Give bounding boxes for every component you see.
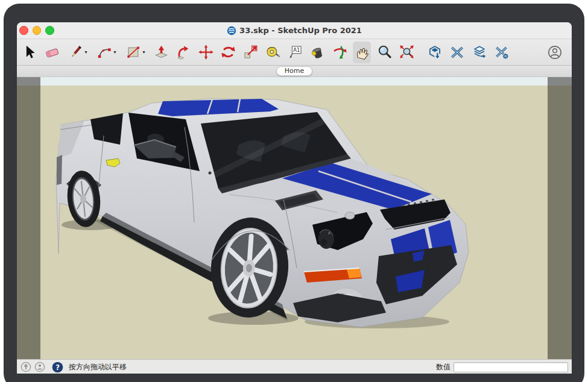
tape-measure-tool-button[interactable] xyxy=(264,42,282,63)
account-icon xyxy=(547,45,563,60)
rotate-icon xyxy=(220,44,236,60)
sketchup-logo-icon xyxy=(227,26,236,36)
close-button[interactable] xyxy=(19,26,28,35)
measurements-input[interactable] xyxy=(454,362,568,372)
zoom-extents-tool-button[interactable] xyxy=(397,42,416,63)
help-icon: ? xyxy=(52,362,63,373)
arc-icon xyxy=(96,44,113,60)
select-icon xyxy=(22,44,38,60)
shapes-dropdown-caret[interactable]: ▾ xyxy=(142,49,145,55)
tape-measure-icon xyxy=(265,44,281,60)
credits-button[interactable] xyxy=(34,362,45,372)
scene-tab-strip: Home xyxy=(17,66,572,77)
rotate-tool-button[interactable] xyxy=(219,42,237,63)
geolocation-icon xyxy=(21,362,31,372)
help-button[interactable]: ? xyxy=(52,362,63,373)
push-pull-tool-button[interactable] xyxy=(152,42,170,63)
move-icon xyxy=(198,44,214,60)
svg-text:A1: A1 xyxy=(293,47,300,53)
geolocation-button[interactable] xyxy=(21,362,31,372)
3d-warehouse-tool-button[interactable] xyxy=(426,42,444,63)
follow-me-icon xyxy=(175,44,192,60)
shapes-tool-button[interactable]: ▾ xyxy=(123,42,148,63)
scale-icon xyxy=(242,44,259,60)
line-dropdown-caret[interactable]: ▾ xyxy=(84,49,87,55)
viewport-left-shade xyxy=(17,77,40,359)
follow-me-tool-button[interactable] xyxy=(174,42,192,63)
viewport-right-shade xyxy=(548,77,572,359)
measurements-label: 数值 xyxy=(436,362,450,372)
zoom-extents-icon xyxy=(399,44,415,60)
text-tool-button[interactable]: A1 xyxy=(286,42,304,63)
zoom-icon xyxy=(376,44,393,60)
line-tool-button[interactable]: ▾ xyxy=(65,42,90,63)
paint-bucket-tool-button[interactable] xyxy=(308,42,326,63)
move-tool-button[interactable] xyxy=(197,42,215,63)
eraser-icon xyxy=(44,44,60,60)
zoom-tool-button[interactable] xyxy=(375,42,393,63)
desktop-background: 33.skp - SketchUp Pro 2021 ▾▾▾A1 Home xyxy=(0,0,588,382)
svg-text:?: ? xyxy=(55,363,60,371)
extension-manager-tool-button[interactable] xyxy=(493,42,511,63)
arc-tool-button[interactable]: ▾ xyxy=(94,42,119,63)
window-title: 33.skp - SketchUp Pro 2021 xyxy=(17,26,572,36)
pan-tool-button[interactable] xyxy=(353,42,371,63)
paint-bucket-icon xyxy=(309,44,326,60)
getting-started-toolbar: ▾▾▾A1 xyxy=(17,39,572,66)
extension-manager-icon xyxy=(494,45,510,60)
send-to-layout-tool-button[interactable] xyxy=(470,42,488,63)
zoom-window-button[interactable] xyxy=(45,26,54,35)
push-pull-icon xyxy=(153,44,169,60)
status-hint-text: 按方向拖动以平移 xyxy=(69,362,127,372)
shapes-icon xyxy=(125,44,142,60)
account-button[interactable] xyxy=(546,42,564,63)
text-icon: A1 xyxy=(287,44,303,60)
send-to-layout-icon xyxy=(472,45,487,60)
line-icon xyxy=(68,44,84,60)
traffic-lights xyxy=(17,26,54,35)
3d-warehouse-icon xyxy=(427,45,443,60)
orbit-icon xyxy=(332,44,348,60)
scene-tab-home[interactable]: Home xyxy=(276,66,312,76)
statusbar: ? 按方向拖动以平移 数值 xyxy=(17,359,572,374)
credits-icon xyxy=(34,362,45,372)
viewport-canvas[interactable] xyxy=(17,77,572,359)
pan-icon xyxy=(354,44,370,60)
select-tool-button[interactable] xyxy=(21,42,39,63)
sketchup-window: 33.skp - SketchUp Pro 2021 ▾▾▾A1 Home xyxy=(17,22,572,374)
model-car xyxy=(17,77,572,359)
scale-tool-button[interactable] xyxy=(241,42,259,63)
extension-warehouse-icon xyxy=(449,45,465,60)
eraser-tool-button[interactable] xyxy=(43,42,61,63)
titlebar: 33.skp - SketchUp Pro 2021 xyxy=(17,22,572,39)
minimize-button[interactable] xyxy=(33,26,42,35)
orbit-tool-button[interactable] xyxy=(330,42,349,63)
extension-warehouse-tool-button[interactable] xyxy=(448,42,466,63)
arc-dropdown-caret[interactable]: ▾ xyxy=(113,49,116,55)
